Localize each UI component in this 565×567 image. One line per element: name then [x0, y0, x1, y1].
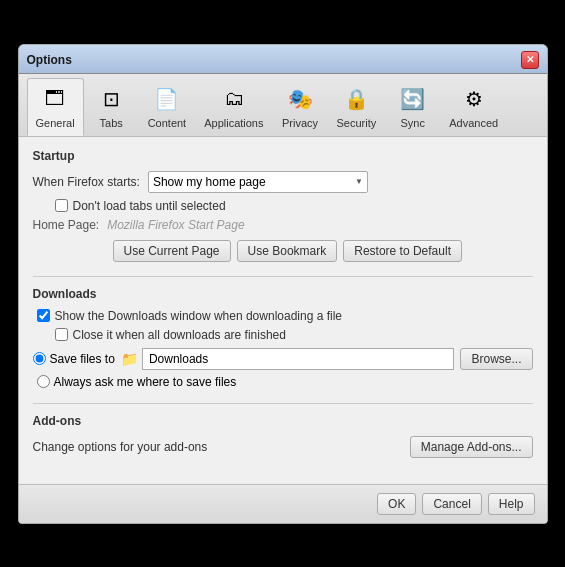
- footer-bar: OK Cancel Help: [19, 484, 547, 523]
- always-ask-label: Always ask me where to save files: [54, 375, 237, 389]
- window-title: Options: [27, 53, 72, 67]
- tabs-icon: ⊡: [95, 83, 127, 115]
- tab-content[interactable]: 📄 Content: [139, 78, 196, 136]
- close-when-done-checkbox[interactable]: [55, 328, 68, 341]
- downloads-title: Downloads: [33, 287, 533, 301]
- sync-icon: 🔄: [397, 83, 429, 115]
- close-when-done-label: Close it when all downloads are finished: [73, 328, 286, 342]
- ok-button[interactable]: OK: [377, 493, 416, 515]
- downloads-path: Downloads: [142, 348, 455, 370]
- save-files-radio-label: Save files to: [33, 352, 115, 366]
- always-ask-radio-label: Always ask me where to save files: [37, 375, 237, 389]
- folder-name: Downloads: [149, 352, 208, 366]
- tab-security-label: Security: [337, 117, 377, 129]
- tab-sync[interactable]: 🔄 Sync: [385, 78, 440, 136]
- tab-advanced[interactable]: ⚙ Advanced: [440, 78, 507, 136]
- close-button[interactable]: ✕: [521, 51, 539, 69]
- always-ask-radio[interactable]: [37, 375, 50, 388]
- dont-load-row: Don't load tabs until selected: [55, 199, 533, 213]
- addons-section: Add-ons Change options for your add-ons …: [33, 414, 533, 458]
- show-window-row: Show the Downloads window when downloadi…: [37, 309, 533, 323]
- titlebar: Options ✕: [19, 45, 547, 74]
- content-icon: 📄: [151, 83, 183, 115]
- tab-applications[interactable]: 🗂 Applications: [195, 78, 272, 136]
- privacy-icon: 🎭: [284, 83, 316, 115]
- homepage-buttons: Use Current Page Use Bookmark Restore to…: [113, 240, 533, 262]
- addons-row: Change options for your add-ons Manage A…: [33, 436, 533, 458]
- section-divider-2: [33, 403, 533, 404]
- tab-content-label: Content: [148, 117, 187, 129]
- dont-load-label: Don't load tabs until selected: [73, 199, 226, 213]
- tab-general-label: General: [36, 117, 75, 129]
- tab-general[interactable]: 🗔 General: [27, 78, 84, 136]
- save-files-radio[interactable]: [33, 352, 46, 365]
- section-divider-1: [33, 276, 533, 277]
- homepage-label: Home Page:: [33, 218, 100, 232]
- manage-addons-button[interactable]: Manage Add-ons...: [410, 436, 533, 458]
- dont-load-checkbox[interactable]: [55, 199, 68, 212]
- tab-privacy-label: Privacy: [282, 117, 318, 129]
- downloads-section: Downloads Show the Downloads window when…: [33, 287, 533, 389]
- close-when-done-row: Close it when all downloads are finished: [55, 328, 533, 342]
- addons-description: Change options for your add-ons: [33, 440, 208, 454]
- options-window: Options ✕ 🗔 General ⊡ Tabs 📄 Content 🗂 A…: [18, 44, 548, 524]
- restore-default-button[interactable]: Restore to Default: [343, 240, 462, 262]
- startup-title: Startup: [33, 149, 533, 163]
- tab-tabs-label: Tabs: [100, 117, 123, 129]
- homepage-row: Home Page: Mozilla Firefox Start Page: [33, 218, 533, 232]
- always-ask-row: Always ask me where to save files: [37, 375, 533, 389]
- homepage-value: Mozilla Firefox Start Page: [107, 218, 532, 232]
- addons-title: Add-ons: [33, 414, 533, 428]
- tab-applications-label: Applications: [204, 117, 263, 129]
- show-downloads-label: Show the Downloads window when downloadi…: [55, 309, 343, 323]
- tab-sync-label: Sync: [401, 117, 425, 129]
- use-bookmark-button[interactable]: Use Bookmark: [237, 240, 338, 262]
- startup-section: Startup When Firefox starts: Show my hom…: [33, 149, 533, 262]
- main-content: Startup When Firefox starts: Show my hom…: [19, 137, 547, 484]
- when-label: When Firefox starts:: [33, 175, 140, 189]
- help-button[interactable]: Help: [488, 493, 535, 515]
- browse-button[interactable]: Browse...: [460, 348, 532, 370]
- tab-bar: 🗔 General ⊡ Tabs 📄 Content 🗂 Application…: [19, 74, 547, 137]
- save-files-label: Save files to: [50, 352, 115, 366]
- dropdown-value: Show my home page: [153, 175, 266, 189]
- security-icon: 🔒: [340, 83, 372, 115]
- startup-dropdown[interactable]: Show my home page ▼: [148, 171, 368, 193]
- general-icon: 🗔: [39, 83, 71, 115]
- cancel-button[interactable]: Cancel: [422, 493, 481, 515]
- advanced-icon: ⚙: [458, 83, 490, 115]
- tab-security[interactable]: 🔒 Security: [328, 78, 386, 136]
- startup-row: When Firefox starts: Show my home page ▼: [33, 171, 533, 193]
- folder-icon: 📁: [121, 351, 138, 367]
- tab-tabs[interactable]: ⊡ Tabs: [84, 78, 139, 136]
- tab-privacy[interactable]: 🎭 Privacy: [273, 78, 328, 136]
- save-files-row: Save files to 📁 Downloads Browse...: [33, 348, 533, 370]
- dropdown-arrow: ▼: [355, 177, 363, 186]
- tab-advanced-label: Advanced: [449, 117, 498, 129]
- applications-icon: 🗂: [218, 83, 250, 115]
- show-downloads-checkbox[interactable]: [37, 309, 50, 322]
- use-current-button[interactable]: Use Current Page: [113, 240, 231, 262]
